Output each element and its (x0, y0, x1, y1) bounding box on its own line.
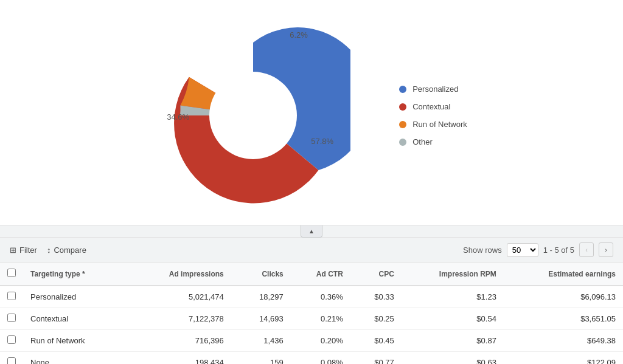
cell-impressions: 5,021,474 (134, 286, 231, 308)
header-targeting: Targeting type * (23, 263, 134, 286)
row-checkbox-cell (0, 330, 23, 352)
legend-dot-contextual (399, 103, 406, 111)
cell-cpc: $0.45 (350, 330, 402, 352)
cell-rpm: $0.87 (402, 330, 504, 352)
legend-label-personalized: Personalized (412, 84, 458, 94)
legend-label-contextual: Contextual (412, 102, 450, 111)
row-checkbox-1[interactable] (7, 314, 16, 322)
cell-cpc: $0.33 (350, 286, 402, 308)
filter-label: Filter (19, 246, 37, 255)
donut-chart: 57.8% 34.6% 6.2% (156, 18, 350, 213)
show-rows-label: Show rows (463, 246, 502, 255)
header-rpm: Impression RPM (402, 263, 504, 286)
filter-icon: ⊞ (10, 246, 16, 255)
compare-button[interactable]: ↕ Compare (47, 246, 86, 255)
chart-section: 57.8% 34.6% 6.2% Personalized Contextual… (0, 0, 623, 225)
table-row: Contextual 7,122,378 14,693 0.21% $0.25 … (0, 308, 623, 330)
donut-svg (156, 18, 350, 213)
toolbar-right: Show rows 50 25 100 1 - 5 of 5 ‹ › (463, 242, 613, 257)
next-page-button[interactable]: › (599, 242, 613, 257)
compare-icon: ↕ (47, 246, 51, 255)
legend-dot-other (399, 139, 406, 146)
cell-targeting: Personalized (23, 286, 134, 308)
legend-item-contextual: Contextual (399, 102, 467, 111)
legend-item-personalized: Personalized (399, 84, 467, 94)
cell-impressions: 716,396 (134, 330, 231, 352)
page-wrapper: 57.8% 34.6% 6.2% Personalized Contextual… (0, 0, 623, 364)
cell-ctr: 0.08% (291, 352, 350, 365)
row-checkbox-0[interactable] (7, 292, 16, 300)
toolbar-left: ⊞ Filter ↕ Compare (10, 246, 86, 255)
row-checkbox-cell (0, 308, 23, 330)
cell-clicks: 14,693 (231, 308, 291, 330)
legend-label-ron: Run of Network (412, 120, 467, 129)
header-clicks: Clicks (231, 263, 291, 286)
table-header-row: Targeting type * Ad impressions Clicks A… (0, 263, 623, 286)
cell-impressions: 198,434 (134, 352, 231, 365)
table-row: Personalized 5,021,474 18,297 0.36% $0.3… (0, 286, 623, 308)
toolbar: ⊞ Filter ↕ Compare Show rows 50 25 100 1… (0, 238, 623, 263)
cell-earnings: $6,096.13 (504, 286, 623, 308)
prev-page-button[interactable]: ‹ (579, 242, 594, 257)
cell-clicks: 1,436 (231, 330, 291, 352)
cell-earnings: $122.09 (504, 352, 623, 365)
donut-hole (209, 72, 297, 159)
cell-earnings: $3,651.05 (504, 308, 623, 330)
cell-targeting: None (23, 352, 134, 365)
collapse-row: ▲ (0, 225, 623, 238)
row-checkbox-2[interactable] (7, 335, 16, 344)
legend-dot-ron (399, 121, 406, 128)
cell-earnings: $649.38 (504, 330, 623, 352)
data-table: Targeting type * Ad impressions Clicks A… (0, 263, 623, 364)
compare-label: Compare (54, 246, 86, 255)
cell-rpm: $0.63 (402, 352, 504, 365)
row-checkbox-cell (0, 352, 23, 365)
table-row: Run of Network 716,396 1,436 0.20% $0.45… (0, 330, 623, 352)
cell-clicks: 18,297 (231, 286, 291, 308)
header-impressions: Ad impressions (134, 263, 231, 286)
collapse-button[interactable]: ▲ (301, 225, 322, 238)
show-rows-select[interactable]: 50 25 100 (507, 243, 538, 257)
legend-label-other: Other (412, 137, 433, 146)
legend-dot-personalized (399, 86, 406, 93)
row-checkbox-3[interactable] (7, 357, 16, 364)
cell-cpc: $0.77 (350, 352, 402, 365)
table-body: Personalized 5,021,474 18,297 0.36% $0.3… (0, 286, 623, 364)
header-ctr: Ad CTR (291, 263, 350, 286)
chart-legend: Personalized Contextual Run of Network O… (399, 84, 467, 146)
table-row: None 198,434 159 0.08% $0.77 $0.63 $122.… (0, 352, 623, 365)
select-all-checkbox[interactable] (7, 269, 16, 277)
cell-rpm: $1.23 (402, 286, 504, 308)
filter-button[interactable]: ⊞ Filter (10, 246, 37, 255)
cell-ctr: 0.21% (291, 308, 350, 330)
row-checkbox-cell (0, 286, 23, 308)
legend-item-ron: Run of Network (399, 120, 467, 129)
table-section: ▲ ⊞ Filter ↕ Compare Show rows 50 25 100 (0, 225, 623, 364)
cell-ctr: 0.20% (291, 330, 350, 352)
cell-ctr: 0.36% (291, 286, 350, 308)
cell-rpm: $0.54 (402, 308, 504, 330)
cell-cpc: $0.25 (350, 308, 402, 330)
cell-targeting: Run of Network (23, 330, 134, 352)
legend-item-other: Other (399, 137, 467, 146)
header-earnings: Estimated earnings (504, 263, 623, 286)
cell-clicks: 159 (231, 352, 291, 365)
cell-impressions: 7,122,378 (134, 308, 231, 330)
header-checkbox-cell (0, 263, 23, 286)
cell-targeting: Contextual (23, 308, 134, 330)
header-cpc: CPC (350, 263, 402, 286)
pagination-info: 1 - 5 of 5 (543, 246, 574, 255)
